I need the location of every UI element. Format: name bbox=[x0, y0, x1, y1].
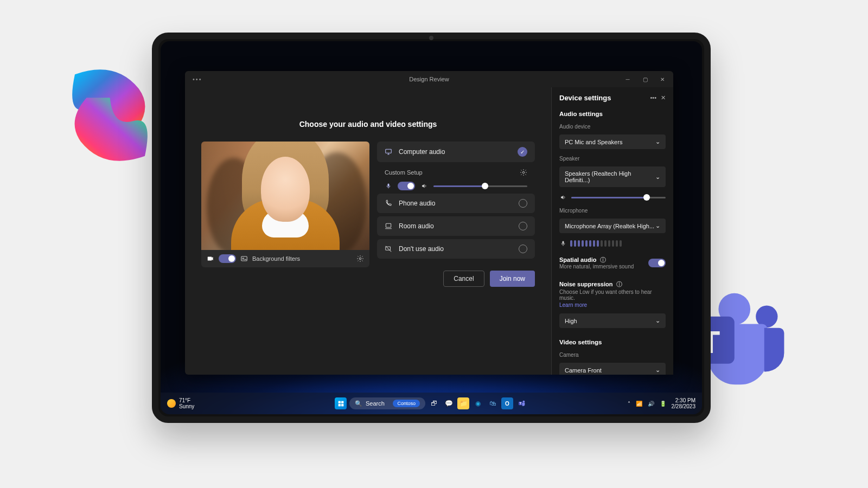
join-now-button[interactable]: Join now bbox=[490, 271, 535, 287]
option-room-audio[interactable]: Room audio bbox=[377, 216, 535, 236]
contoso-pill: Contoso bbox=[393, 400, 420, 407]
close-button[interactable]: ✕ bbox=[655, 73, 670, 85]
speaker-icon bbox=[559, 194, 567, 201]
search-label: Search bbox=[366, 400, 385, 407]
taskbar-time: 2:30 PM bbox=[672, 397, 696, 403]
camera-icon bbox=[207, 255, 214, 262]
taskview-icon[interactable]: 🗗 bbox=[428, 397, 440, 409]
microphone-value: Microphone Array (Realtek High... bbox=[565, 223, 654, 229]
video-settings-heading: Video settings bbox=[559, 339, 666, 345]
video-settings-icon[interactable] bbox=[356, 255, 364, 262]
page-title: Choose your audio and video settings bbox=[201, 120, 535, 129]
svg-rect-12 bbox=[563, 241, 564, 245]
info-icon[interactable]: ⓘ bbox=[599, 256, 607, 264]
tablet-screen: ••• Design Review ─ ▢ ✕ Choose your audi… bbox=[161, 41, 702, 414]
speaker-select[interactable]: Speakers (Realtech High Definiti...) ⌄ bbox=[559, 166, 666, 187]
copilot-logo bbox=[52, 57, 168, 174]
cancel-button[interactable]: Cancel bbox=[443, 271, 484, 287]
panel-more-icon[interactable]: ••• bbox=[650, 94, 656, 101]
prejoin-main: Choose your audio and video settings bbox=[185, 87, 551, 375]
svg-rect-10 bbox=[386, 223, 391, 227]
learn-more-link[interactable]: Learn more bbox=[559, 302, 666, 308]
option-phone-audio[interactable]: Phone audio bbox=[377, 194, 535, 213]
spatial-audio-sub: More natural, immersive sound bbox=[559, 264, 634, 269]
svg-point-8 bbox=[522, 171, 525, 174]
option-label: Computer audio bbox=[399, 148, 445, 156]
weather-icon bbox=[167, 399, 176, 408]
room-icon bbox=[385, 222, 392, 230]
weather-temp: 71°F bbox=[179, 397, 194, 403]
mic-icon bbox=[559, 240, 567, 247]
info-icon[interactable]: ⓘ bbox=[615, 280, 623, 288]
svg-point-19 bbox=[522, 401, 525, 403]
taskbar-date: 2/28/2023 bbox=[672, 403, 696, 409]
audio-device-label: Audio device bbox=[559, 124, 666, 130]
taskbar-search[interactable]: 🔍 Search Contoso bbox=[349, 397, 425, 409]
video-preview-card: Background filters bbox=[201, 142, 369, 287]
svg-rect-7 bbox=[386, 149, 392, 153]
audio-device-value: PC Mic and Speakers bbox=[565, 139, 622, 145]
camera-label: Camera bbox=[559, 352, 666, 358]
tray-battery-icon[interactable]: 🔋 bbox=[660, 401, 666, 407]
noise-suppression-label: Noise suppression bbox=[559, 281, 612, 287]
outlook-icon[interactable]: O bbox=[501, 397, 513, 409]
tray-volume-icon[interactable]: 🔊 bbox=[648, 401, 654, 407]
chat-icon[interactable]: 💬 bbox=[443, 397, 455, 409]
panel-title: Device settings bbox=[559, 94, 611, 102]
noise-suppression-sub: Choose Low if you want others to hear mu… bbox=[559, 289, 666, 301]
camera-value: Camera Front bbox=[565, 367, 602, 374]
option-computer-audio[interactable]: Computer audio ✓ bbox=[377, 142, 535, 162]
minimize-button[interactable]: ─ bbox=[620, 73, 635, 85]
camera-select[interactable]: Camera Front ⌄ bbox=[559, 363, 666, 375]
maximize-button[interactable]: ▢ bbox=[637, 73, 653, 85]
option-label: Room audio bbox=[399, 222, 434, 230]
camera-toggle[interactable] bbox=[219, 254, 236, 263]
chevron-down-icon: ⌄ bbox=[655, 367, 660, 374]
start-button[interactable] bbox=[335, 397, 347, 409]
noise-suppression-select[interactable]: High ⌄ bbox=[559, 313, 666, 328]
teams-icon[interactable]: T bbox=[516, 397, 528, 409]
radio-icon bbox=[519, 245, 527, 253]
search-icon: 🔍 bbox=[355, 400, 362, 407]
option-label: Don't use audio bbox=[399, 245, 444, 253]
audio-settings-heading: Audio settings bbox=[559, 111, 666, 117]
panel-close-icon[interactable]: ✕ bbox=[661, 94, 666, 101]
taskbar-clock[interactable]: 2:30 PM 2/28/2023 bbox=[672, 397, 696, 409]
volume-icon bbox=[420, 182, 428, 190]
speaker-value: Speakers (Realtech High Definiti...) bbox=[565, 170, 655, 183]
more-icon[interactable]: ••• bbox=[185, 76, 202, 82]
taskbar: 71°F Sunny 🔍 Search Contoso 🗗 💬 📁 ◉ 🛍 bbox=[161, 393, 702, 414]
audio-device-select[interactable]: PC Mic and Speakers ⌄ bbox=[559, 134, 666, 149]
chevron-down-icon: ⌄ bbox=[655, 174, 660, 181]
chevron-down-icon: ⌄ bbox=[655, 138, 660, 145]
svg-rect-16 bbox=[341, 404, 343, 406]
background-filters-label[interactable]: Background filters bbox=[252, 255, 300, 262]
svg-point-6 bbox=[359, 258, 361, 260]
gear-icon[interactable] bbox=[520, 169, 527, 176]
mic-toggle[interactable] bbox=[398, 182, 415, 190]
spatial-audio-toggle[interactable] bbox=[648, 259, 666, 267]
option-no-audio[interactable]: Don't use audio bbox=[377, 239, 535, 259]
background-effects-icon[interactable] bbox=[240, 255, 248, 262]
microphone-label: Microphone bbox=[559, 208, 666, 214]
explorer-icon[interactable]: 📁 bbox=[457, 397, 469, 409]
svg-rect-14 bbox=[341, 401, 343, 403]
microphone-select[interactable]: Microphone Array (Realtek High... ⌄ bbox=[559, 219, 666, 233]
no-audio-icon bbox=[385, 245, 392, 253]
custom-setup-label: Custom Setup bbox=[385, 169, 423, 176]
volume-slider[interactable] bbox=[433, 185, 527, 187]
taskbar-weather[interactable]: 71°F Sunny bbox=[167, 397, 194, 409]
speaker-volume-slider[interactable] bbox=[571, 197, 666, 198]
radio-icon bbox=[519, 199, 527, 208]
svg-rect-9 bbox=[388, 184, 390, 187]
custom-setup-section: Custom Setup bbox=[377, 165, 535, 190]
tray-wifi-icon[interactable]: 📶 bbox=[636, 401, 642, 407]
svg-rect-15 bbox=[338, 404, 340, 406]
chevron-down-icon: ⌄ bbox=[655, 222, 660, 229]
store-icon[interactable]: 🛍 bbox=[487, 397, 499, 409]
tray-chevron-icon[interactable]: ˄ bbox=[628, 401, 630, 407]
window-titlebar: ••• Design Review ─ ▢ ✕ bbox=[185, 71, 673, 87]
edge-icon[interactable]: ◉ bbox=[472, 397, 484, 409]
mic-icon bbox=[385, 182, 392, 190]
option-label: Phone audio bbox=[399, 200, 435, 207]
